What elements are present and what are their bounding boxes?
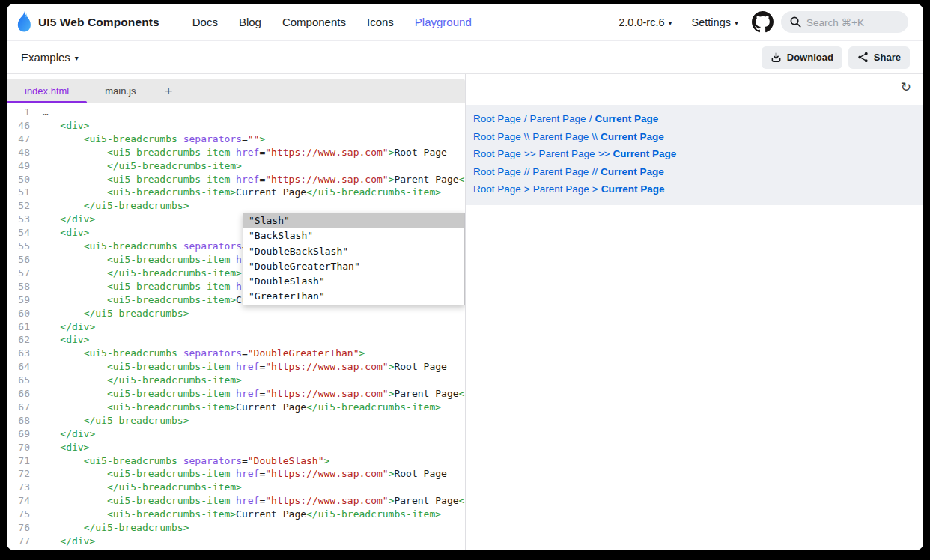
tab-index-html[interactable]: index.html xyxy=(7,79,87,103)
brand-title: UI5 Web Components xyxy=(38,16,159,29)
breadcrumb-link[interactable]: Parent Page xyxy=(530,113,586,124)
settings-dropdown[interactable]: Settings ▾ xyxy=(686,16,744,28)
code-line: 71 <ui5-breadcrumbs separators="DoubleSl… xyxy=(7,454,465,468)
breadcrumb-separator: \\ xyxy=(589,131,601,142)
code-line: 74 <ui5-breadcrumbs-item href="https://w… xyxy=(7,494,465,508)
breadcrumb-separator: // xyxy=(521,166,533,177)
line-number: 48 xyxy=(7,146,37,159)
line-number: 61 xyxy=(7,320,37,334)
breadcrumb-link[interactable]: Root Page xyxy=(473,131,521,142)
breadcrumbs-row: Root Page//Parent Page//Current Page xyxy=(473,163,916,181)
breadcrumb-link[interactable]: Root Page xyxy=(473,166,521,177)
main-nav: DocsBlogComponentsIconsPlayground xyxy=(182,16,482,28)
autocomplete-option[interactable]: "DoubleGreaterThan" xyxy=(243,259,464,274)
code-line: 60 </ui5-breadcrumbs> xyxy=(7,307,465,320)
search-icon xyxy=(790,16,801,28)
breadcrumb-link[interactable]: Parent Page xyxy=(532,166,589,177)
line-number: 75 xyxy=(7,508,37,521)
line-number: 76 xyxy=(7,521,37,535)
line-number: 55 xyxy=(7,240,37,253)
autocomplete-option[interactable]: "DoubleSlash" xyxy=(243,274,464,289)
breadcrumb-link[interactable]: Parent Page xyxy=(532,131,589,142)
code-line: 78 <div> xyxy=(7,548,465,550)
line-text: <ui5-breadcrumbs separators="DoubleGreat… xyxy=(37,347,465,360)
line-number: 72 xyxy=(7,467,37,481)
download-button[interactable]: Download xyxy=(762,46,842,69)
breadcrumb-separator: / xyxy=(521,113,530,124)
autocomplete-option[interactable]: "BackSlash" xyxy=(243,228,464,243)
github-link[interactable] xyxy=(752,11,774,33)
line-number: 51 xyxy=(7,186,37,199)
breadcrumb-separator: / xyxy=(586,113,595,124)
nav-link-playground[interactable]: Playground xyxy=(404,16,482,28)
autocomplete-option[interactable]: "GreaterThan" xyxy=(243,289,464,304)
code-line: 46 <div> xyxy=(7,119,465,133)
line-text: <ui5-breadcrumbs-item href="https://www.… xyxy=(37,146,465,159)
code-line: 61 </div> xyxy=(7,320,465,334)
code-line: 48 <ui5-breadcrumbs-item href="https://w… xyxy=(7,146,465,159)
line-number: 49 xyxy=(7,159,37,173)
chevron-down-icon: ▾ xyxy=(75,54,79,62)
line-number: 78 xyxy=(7,548,37,550)
code-line: 75 <ui5-breadcrumbs-item>Current Page</u… xyxy=(7,508,465,521)
version-dropdown[interactable]: 2.0.0-rc.6 ▾ xyxy=(613,16,678,28)
breadcrumb-link[interactable]: Root Page xyxy=(473,113,521,124)
line-text: </ui5-breadcrumbs-item> xyxy=(37,481,465,494)
autocomplete-option[interactable]: "DoubleBackSlash" xyxy=(243,244,464,259)
chevron-down-icon: ▾ xyxy=(669,19,672,27)
code-area[interactable]: 1 …46 <div>47 <ui5-breadcrumbs separator… xyxy=(7,103,465,550)
breadcrumbs-demo-panel: Root Page/Parent Page/Current PageRoot P… xyxy=(466,105,923,205)
editor-tabbar: index.htmlmain.js+ xyxy=(7,79,465,103)
breadcrumb-link[interactable]: Root Page xyxy=(473,183,521,195)
code-line: 69 </div> xyxy=(7,427,465,441)
examples-label: Examples xyxy=(21,51,70,64)
nav-link-docs[interactable]: Docs xyxy=(182,16,228,28)
line-text: <ui5-breadcrumbs-item href="https://www.… xyxy=(37,360,465,374)
refresh-icon[interactable]: ↻ xyxy=(901,81,911,94)
line-number: 56 xyxy=(7,253,37,267)
line-number: 58 xyxy=(7,280,37,293)
line-number: 60 xyxy=(7,307,37,320)
line-text: </ui5-breadcrumbs> xyxy=(37,414,465,427)
line-text: <ui5-breadcrumbs-item href="https://www.… xyxy=(37,387,465,401)
line-text: <div> xyxy=(37,548,465,550)
share-icon xyxy=(857,52,869,63)
breadcrumbs-row: Root Page\\Parent Page\\Current Page xyxy=(473,128,916,146)
line-number: 62 xyxy=(7,333,37,347)
search-input[interactable]: Search ⌘+K xyxy=(781,11,908,33)
code-line: 1 … xyxy=(7,106,465,119)
examples-dropdown[interactable]: Examples ▾ xyxy=(21,51,79,64)
breadcrumb-separator: // xyxy=(589,166,601,177)
download-icon xyxy=(771,52,782,63)
breadcrumb-separator: >> xyxy=(595,148,613,159)
breadcrumb-link[interactable]: Parent Page xyxy=(533,183,589,195)
nav-link-components[interactable]: Components xyxy=(272,16,356,28)
autocomplete-option[interactable]: "Slash" xyxy=(243,213,464,228)
code-line: 63 <ui5-breadcrumbs separators="DoubleGr… xyxy=(7,347,465,360)
breadcrumb-link[interactable]: Parent Page xyxy=(539,148,595,159)
brand[interactable]: UI5 Web Components xyxy=(14,11,159,34)
nav-link-icons[interactable]: Icons xyxy=(356,16,404,28)
line-text: </div> xyxy=(37,427,465,441)
code-line: 70 <div> xyxy=(7,441,465,454)
line-number: 47 xyxy=(7,133,37,146)
line-text: </ui5-breadcrumbs> xyxy=(37,521,465,535)
line-number: 65 xyxy=(7,374,37,387)
breadcrumbs-row: Root Page/Parent Page/Current Page xyxy=(473,110,916,128)
settings-label: Settings xyxy=(692,16,731,28)
code-line: 47 <ui5-breadcrumbs separators=""> xyxy=(7,133,465,146)
line-text: </div> xyxy=(37,320,465,334)
breadcrumb-current-page: Current Page xyxy=(613,148,676,159)
line-number: 68 xyxy=(7,414,37,427)
nav-link-blog[interactable]: Blog xyxy=(228,16,272,28)
line-number: 54 xyxy=(7,226,37,240)
add-tab-button[interactable]: + xyxy=(154,79,183,103)
breadcrumb-link[interactable]: Root Page xyxy=(473,148,521,159)
share-button[interactable]: Share xyxy=(848,46,910,69)
code-line: 64 <ui5-breadcrumbs-item href="https://w… xyxy=(7,360,465,374)
download-label: Download xyxy=(787,52,833,63)
tab-main-js[interactable]: main.js xyxy=(87,79,154,103)
line-number: 71 xyxy=(7,454,37,468)
line-text: <div> xyxy=(37,333,465,347)
line-text: </div> xyxy=(37,535,465,548)
